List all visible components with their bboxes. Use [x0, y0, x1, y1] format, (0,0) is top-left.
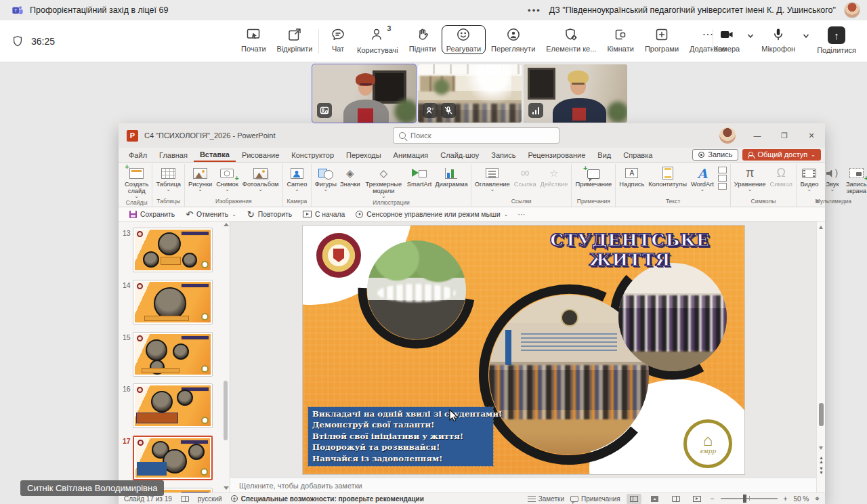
slide-thumbnail-16[interactable]: [133, 383, 213, 428]
view-button[interactable]: Переглянути: [486, 25, 541, 54]
scrollbar-thumb[interactable]: [819, 403, 824, 426]
video-tile-classroom[interactable]: ?: [418, 64, 522, 123]
video-button[interactable]: Видео: [798, 164, 821, 192]
scroll-up-icon[interactable]: [819, 226, 823, 229]
chart-button[interactable]: Диаграмма: [434, 164, 469, 188]
share-tray-button[interactable]: Поділитися: [811, 25, 862, 56]
normal-view-button[interactable]: [627, 494, 641, 504]
tab-animations[interactable]: Анимация: [387, 148, 435, 162]
apps-button[interactable]: Програми: [639, 25, 684, 54]
slide-thumbnail-15[interactable]: [133, 332, 213, 377]
restore-button[interactable]: ❐: [771, 123, 798, 148]
raise-hand-button[interactable]: Підняти: [404, 25, 442, 54]
rooms-button[interactable]: Кімнати: [601, 25, 639, 54]
scroll-down-icon[interactable]: [224, 486, 229, 490]
video-tile-speaker[interactable]: [312, 64, 416, 123]
from-start-button[interactable]: С начала: [297, 209, 350, 219]
university-logo[interactable]: [316, 233, 361, 278]
slide-thumbnail-14[interactable]: [133, 280, 213, 324]
spellcheck-icon[interactable]: [181, 496, 189, 502]
zoom-in-button[interactable]: [784, 495, 788, 503]
scroll-down-icon[interactable]: [819, 446, 823, 450]
participants-button[interactable]: 3 Користувачі: [352, 25, 404, 56]
scroll-up-icon[interactable]: [224, 223, 229, 226]
slide-sorter-button[interactable]: [648, 494, 662, 504]
panel-scrollbar[interactable]: [222, 223, 229, 491]
pictures-button[interactable]: Рисунки: [186, 164, 214, 192]
share-document-button[interactable]: Общий доступ: [742, 149, 821, 161]
slide-thumbnail-13[interactable]: [133, 228, 213, 272]
slide-number-icon[interactable]: [718, 175, 727, 182]
datetime-icon[interactable]: [718, 167, 727, 173]
accessibility-status[interactable]: Специальные возможности: проверьте реком…: [231, 495, 424, 503]
reading-view-button[interactable]: [669, 494, 683, 504]
titlebar-more-icon[interactable]: •••: [528, 5, 541, 16]
fit-to-window-icon[interactable]: [815, 494, 820, 503]
slide-photo-group-indoor[interactable]: [618, 263, 727, 371]
slideshow-button[interactable]: [690, 494, 704, 504]
redo-button[interactable]: ↻Повторить: [242, 209, 297, 219]
previous-slide-button[interactable]: [818, 456, 824, 464]
zoom-slider-thumb[interactable]: [743, 495, 746, 503]
table-button[interactable]: Таблица: [154, 164, 182, 192]
start-share-button[interactable]: Почати: [236, 25, 272, 54]
next-slide-button[interactable]: [818, 467, 824, 475]
undo-button[interactable]: ↶Отменить: [180, 209, 242, 219]
zoom-level[interactable]: 50 %: [793, 495, 809, 503]
touch-mode-button[interactable]: Сенсорное управление или режим мыши: [350, 209, 513, 219]
slide-canvas[interactable]: ємрр СТУДЕНТСЬКЕ ЖИТТЯ Викладачі на одні…: [303, 226, 744, 474]
search-input[interactable]: [410, 131, 553, 140]
microphone-button[interactable]: Мікрофон: [756, 25, 801, 54]
slide-thumbnail-17[interactable]: [133, 436, 213, 480]
language-label[interactable]: русский: [198, 495, 222, 503]
record-button[interactable]: Запись: [692, 149, 738, 161]
notes-toggle-button[interactable]: Заметки: [528, 495, 564, 503]
audio-button[interactable]: Звук: [821, 164, 844, 192]
editor-scrollbar[interactable]: [816, 222, 825, 492]
search-box[interactable]: [393, 127, 559, 144]
slide-title[interactable]: СТУДЕНТСЬКЕ ЖИТТЯ: [518, 230, 742, 270]
icons-button[interactable]: ◈Значки: [338, 164, 362, 188]
photo-album-button[interactable]: Фотоальбом: [240, 164, 281, 192]
scrollbar-thumb[interactable]: [224, 381, 228, 440]
qat-overflow-icon[interactable]: [514, 210, 530, 219]
comment-button[interactable]: Примечание: [573, 164, 614, 188]
save-button[interactable]: Сохранить: [124, 209, 180, 219]
tab-file[interactable]: Файл: [123, 148, 153, 162]
shapes-button[interactable]: Фигуры: [313, 164, 338, 192]
chat-button[interactable]: Чат: [324, 25, 352, 54]
camera-chevron[interactable]: [745, 25, 756, 47]
microphone-chevron[interactable]: [801, 25, 811, 47]
comments-toggle-button[interactable]: Примечания: [570, 495, 620, 503]
gold-emblem[interactable]: ємрр: [683, 419, 732, 468]
user-avatar[interactable]: [844, 2, 860, 18]
zoom-out-button[interactable]: [711, 495, 715, 503]
notes-area[interactable]: Щелкните, чтобы добавить заметки: [231, 478, 816, 492]
tab-transitions[interactable]: Переходы: [340, 148, 387, 162]
slide-text-box[interactable]: Викладачі на одній хвилі зі студентами! …: [308, 407, 493, 466]
3d-models-button[interactable]: ◇Трехмерные модели: [362, 164, 405, 198]
unpin-button[interactable]: Відкріпити: [272, 25, 318, 54]
react-button[interactable]: Реагувати: [442, 25, 486, 54]
camera-button[interactable]: Камера: [709, 25, 745, 54]
screen-recording-button[interactable]: Запись экрана: [844, 164, 867, 194]
tab-insert[interactable]: Вставка: [194, 148, 236, 162]
textbox-button[interactable]: Надпись: [617, 164, 646, 188]
screenshot-button[interactable]: Снимок: [214, 164, 240, 192]
wordart-button[interactable]: WordArt: [689, 164, 716, 192]
tab-home[interactable]: Главная: [153, 148, 194, 162]
minimize-button[interactable]: —: [744, 123, 771, 148]
cameo-button[interactable]: Cameo: [284, 164, 309, 192]
collapse-ribbon-icon[interactable]: [815, 198, 820, 205]
tab-review[interactable]: Рецензирование: [522, 148, 591, 162]
toc-button[interactable]: Оглавление: [473, 164, 512, 192]
control-elements-button[interactable]: Елементи ке...: [541, 25, 601, 54]
tab-help[interactable]: Справка: [617, 148, 658, 162]
smartart-button[interactable]: SmartArt: [405, 164, 434, 188]
zoom-slider[interactable]: [721, 498, 778, 499]
close-button[interactable]: ✕: [798, 123, 825, 148]
tab-design[interactable]: Конструктор: [285, 148, 340, 162]
account-avatar[interactable]: [719, 127, 736, 144]
tab-record[interactable]: Запись: [485, 148, 522, 162]
object-icon[interactable]: [718, 183, 727, 190]
